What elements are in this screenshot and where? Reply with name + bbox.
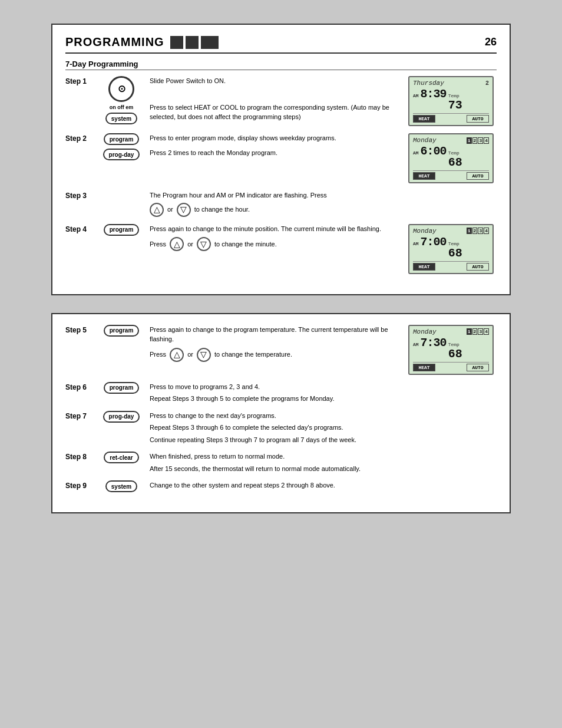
down-arrow-button-5[interactable]: ▽ [197, 348, 211, 362]
block-3 [201, 36, 219, 49]
lcd-step5: Monday 1 2 3 4 AM 7:30 Temp 68 [408, 325, 494, 375]
power-switch-button[interactable]: ⊙ [108, 76, 134, 102]
prog-day-button-2[interactable]: prog-day [103, 149, 140, 160]
lcd1-heat: HEAT [413, 115, 435, 123]
page-number: 26 [485, 36, 497, 48]
step-4-text: Press again to change to the minute posi… [145, 224, 405, 252]
step-4-text1: Press again to change to the minute posi… [150, 224, 405, 234]
step-9-text1: Change to the other system and repeat st… [150, 480, 405, 490]
step-6-text2: Repeat Steps 3 through 5 to complete the… [150, 394, 405, 404]
block-1 [170, 36, 183, 49]
lcd5-heat: HEAT [413, 364, 435, 371]
step-4-buttons: program [98, 224, 145, 236]
lcd2-temp-label: Temp [448, 150, 459, 156]
lcd5-ind2: 2 [472, 328, 478, 335]
down-arrow-button-4[interactable]: ▽ [197, 237, 211, 251]
program-button-4[interactable]: program [104, 224, 140, 236]
lcd4-am: AM [413, 241, 419, 246]
lcd2-ind2: 2 [472, 137, 478, 144]
power-switch-label: on off em [110, 104, 134, 110]
step-7-text1: Press to change to the next day's progra… [150, 411, 405, 421]
up-arrow-button-3[interactable]: △ [150, 203, 164, 217]
lcd4-ind4: 4 [484, 228, 489, 234]
lcd2-am: AM [413, 150, 419, 156]
lcd4-temp-label: Temp [448, 241, 459, 246]
lcd5-time: 7:30 [421, 336, 447, 350]
lcd5-day: Monday [413, 328, 437, 335]
lcd2-ind1: 1 [467, 137, 472, 144]
step-1-buttons: ⊙ on off em system [98, 76, 145, 124]
program-button-5[interactable]: program [104, 325, 140, 337]
press-text-5: Press [150, 350, 166, 360]
step-4-row: Step 4 program Press again to change to … [65, 224, 497, 274]
step-5-buttons: program [98, 325, 145, 337]
page-title: PROGRAMMING [65, 35, 164, 49]
page-header: PROGRAMMING 26 [65, 35, 497, 54]
lcd4-ind1: 1 [467, 228, 472, 234]
program-button-6[interactable]: program [104, 382, 140, 394]
step-5-label: Step 5 [65, 325, 98, 334]
step-8-text2: After 15 seconds, the thermostat will re… [150, 464, 405, 474]
lcd5-middle: AM 7:30 Temp 68 [413, 336, 489, 361]
step-6-label: Step 6 [65, 382, 98, 391]
step-9-row: Step 9 system Change to the other system… [65, 480, 497, 492]
program-button-2[interactable]: program [104, 133, 140, 145]
system-button-9[interactable]: system [105, 480, 137, 492]
manual-page-2: Step 5 program Press again to change to … [51, 313, 511, 514]
lcd2-heat: HEAT [413, 172, 435, 180]
lcd1-bottom: HEAT AUTO [413, 113, 489, 123]
step-3-text1: The Program hour and AM or PM indicator … [150, 190, 405, 200]
step-3-text: The Program hour and AM or PM indicator … [145, 190, 405, 217]
step-9-text: Change to the other system and repeat st… [145, 480, 405, 490]
lcd2-day: Monday [413, 137, 437, 144]
step-1-text: Slide Power Switch to ON. Press to selec… [145, 76, 405, 122]
lcd2-middle: AM 6:00 Temp 68 [413, 144, 489, 169]
to-change-hour: to change the hour. [194, 205, 250, 215]
step-5-text: Press again to change to the program tem… [145, 325, 405, 362]
step-8-text1: When finished, press to return to normal… [150, 452, 405, 462]
step-5-row: Step 5 program Press again to change to … [65, 325, 497, 375]
step-7-buttons: prog-day [98, 411, 145, 423]
up-arrow-button-5[interactable]: △ [170, 348, 184, 362]
step-1-text2: Press to select HEAT or COOL to program … [150, 103, 405, 122]
step-2-row: Step 2 program prog-day Press to enter p… [65, 133, 497, 183]
lcd4-day: Monday [413, 228, 437, 235]
lcd2-auto: AUTO [467, 172, 489, 180]
block-2 [186, 36, 199, 49]
step-8-buttons: ret-clear [98, 452, 145, 463]
lcd4-time: 7:00 [421, 235, 447, 249]
lcd5-ind3: 3 [478, 328, 483, 335]
or-text-4: or [187, 239, 193, 249]
lcd2-top: Monday 1 2 3 4 [413, 137, 489, 144]
prog-day-button-7[interactable]: prog-day [103, 411, 140, 423]
manual-page-1: PROGRAMMING 26 7-Day Programming Step 1 … [51, 24, 511, 295]
lcd1-middle: AM 8:39 Temp 73 [413, 87, 489, 112]
step-2-text1: Press to enter program mode, display sho… [150, 133, 405, 143]
step-4-label: Step 4 [65, 224, 98, 233]
step-2-label: Step 2 [65, 133, 98, 143]
step-2-buttons: program prog-day [98, 133, 145, 160]
lcd2-ind4: 4 [484, 137, 489, 144]
lcd1-time: 8:39 [421, 87, 447, 101]
lcd1-temp-label: Temp [448, 93, 459, 98]
lcd5-temp-label: Temp [448, 342, 459, 347]
lcd1-auto: AUTO [467, 115, 489, 123]
lcd-step4: Monday 1 2 3 4 AM 7:00 Temp 68 [408, 224, 494, 274]
down-arrow-button-3[interactable]: ▽ [177, 203, 191, 217]
up-arrow-button-4[interactable]: △ [170, 237, 184, 251]
step-8-label: Step 8 [65, 452, 98, 461]
lcd2-temp: 68 [448, 156, 462, 169]
lcd5-ind4: 4 [484, 328, 489, 335]
lcd4-bottom: HEAT AUTO [413, 261, 489, 271]
lcd2-prog-inds: 1 2 3 4 [467, 137, 489, 144]
or-text-5: or [187, 350, 193, 360]
to-change-temp: to change the temperature. [214, 350, 292, 360]
lcd4-auto: AUTO [467, 263, 489, 271]
lcd5-top: Monday 1 2 3 4 [413, 328, 489, 335]
step-3-label: Step 3 [65, 190, 98, 200]
lcd2-time: 6:00 [421, 144, 447, 158]
system-button-1[interactable]: system [105, 113, 137, 124]
step-1-display: Thursday 2 AM 8:39 Temp 73 HEAT AUTO [405, 76, 497, 126]
lcd5-temp: 68 [448, 347, 462, 361]
ret-clear-button-8[interactable]: ret-clear [104, 452, 138, 463]
